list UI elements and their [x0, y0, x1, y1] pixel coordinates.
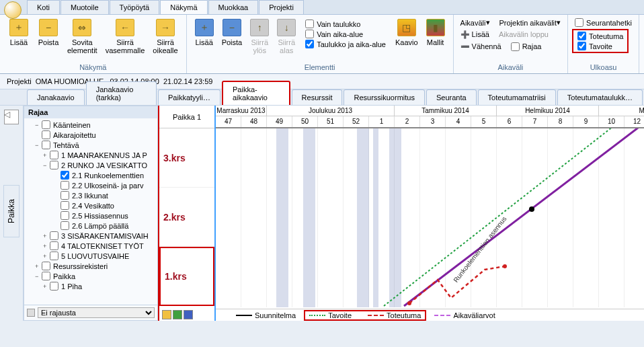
view-tab[interactable]: Janakaavio — [27, 89, 85, 105]
view-tab[interactable]: Resurssit — [292, 89, 343, 105]
tree-check[interactable] — [42, 130, 50, 139]
main-tab-muotoile[interactable]: Muotoile — [61, 0, 109, 14]
tree-node[interactable]: 2.5 Hissiasennus — [27, 210, 155, 221]
tree-check[interactable] — [61, 191, 69, 200]
view-tab[interactable]: Toteutumamatriisi — [478, 89, 556, 105]
tree-node[interactable]: 2.3 Ikkunat — [27, 190, 155, 200]
vahenna-button[interactable]: ➖Vähennä — [458, 41, 504, 52]
tree-check[interactable] — [61, 201, 69, 210]
tree-node[interactable]: 2.2 Ulkoseinä- ja parv — [27, 180, 155, 190]
expand-icon[interactable]: + — [35, 263, 42, 270]
main-tab-muokkaa[interactable]: Muokkaa — [208, 0, 259, 14]
tree-node[interactable]: 2.4 Vesikatto — [27, 200, 155, 210]
tree-check[interactable] — [50, 161, 58, 169]
main-tab-koti[interactable]: Koti — [27, 0, 60, 14]
tree-node[interactable]: +5 LUOVUTUSVAIHE — [27, 251, 155, 261]
expand-icon[interactable]: + — [43, 253, 50, 260]
chart-tool-icons[interactable] — [162, 310, 193, 319]
label: Seurantahetki — [586, 19, 632, 27]
siirra-alas-button[interactable]: ↓Siirrä alas — [273, 17, 300, 56]
expand-icon[interactable]: + — [43, 152, 50, 159]
siirra-vasemmalle-button[interactable]: ←Siirrä vasemmalle — [102, 17, 149, 56]
toteutuma-check[interactable]: Toteutuma — [575, 31, 626, 41]
tree-node[interactable]: +4 TALOTEKNISET TYÖT — [27, 241, 155, 251]
group-title: Ulkoasu — [572, 63, 635, 72]
tree-check[interactable] — [42, 120, 50, 129]
tree-node[interactable]: +1 MAANRAKENNUS JA P — [27, 150, 155, 160]
label: Vain aika-alue — [317, 30, 363, 38]
siirra-oikealle-button[interactable]: →Siirrä oikealle — [149, 17, 182, 56]
label: Mallit — [427, 38, 444, 46]
main-area: Paikka Rajaa −KäänteinenAikarajoitettu−T… — [0, 106, 644, 321]
tree-node[interactable]: −2 RUNKO JA VESIKATTO — [27, 160, 155, 170]
tree-check[interactable] — [42, 272, 50, 280]
chart-body[interactable]: Runkoelementtien asennus — [216, 128, 644, 307]
expand-icon[interactable]: + — [43, 233, 50, 239]
expand-icon[interactable]: + — [43, 243, 50, 249]
week-header: 49 — [267, 116, 292, 127]
tavoite-check[interactable]: Tavoite — [575, 41, 626, 51]
sovita-button[interactable]: ⇔Sovita elementit — [63, 17, 102, 56]
siirra-ylos-button[interactable]: ↑Siirrä ylös — [246, 17, 273, 56]
view-tab[interactable]: Resurssikuormitus — [344, 89, 424, 105]
rajaa-check[interactable]: Rajaa — [508, 41, 545, 52]
aikavalin-loppu-button[interactable]: Aikavälin loppu — [496, 29, 551, 40]
side-label[interactable]: Paikka — [3, 185, 19, 237]
tree-node[interactable]: +1 Piha — [27, 281, 155, 291]
app-logo[interactable] — [4, 1, 22, 19]
tree-node[interactable]: −Paikka — [27, 271, 155, 281]
tree-check[interactable] — [50, 151, 58, 159]
expand-icon[interactable]: − — [35, 142, 42, 149]
vain-taulukko-check[interactable]: Vain taulukko — [303, 19, 389, 29]
view-tab[interactable]: Toteutumataulukk… — [557, 89, 643, 105]
scroll-left-icon[interactable]: ◁ — [4, 110, 10, 119]
tree-check[interactable] — [42, 262, 50, 270]
expand-icon[interactable]: − — [43, 162, 50, 169]
tree-check[interactable] — [61, 221, 69, 230]
expand-icon[interactable]: − — [35, 273, 42, 280]
aikavali-lisaa-button[interactable]: ➕Lisää — [458, 29, 492, 40]
view-tab[interactable]: Paikkatyyli… — [158, 89, 220, 105]
kaavio-button[interactable]: ◳Kaavio — [391, 17, 422, 48]
tree-check[interactable] — [61, 181, 69, 190]
tree-check[interactable] — [61, 171, 69, 180]
tree-check[interactable] — [50, 241, 58, 250]
tool-icon[interactable] — [173, 310, 182, 319]
tree-node[interactable]: −Tehtävä — [27, 140, 155, 150]
mallit-button[interactable]: ▮Mallit — [422, 17, 449, 48]
tree-check[interactable] — [50, 282, 58, 291]
tree-node[interactable]: 2.6 Lämpö päällä — [27, 221, 155, 231]
taulukko-aika-check[interactable]: Taulukko ja aika-alue — [303, 39, 389, 49]
tree-check[interactable] — [42, 141, 50, 149]
tree-check[interactable] — [50, 231, 58, 240]
tree-body[interactable]: −KäänteinenAikarajoitettu−Tehtävä+1 MAAN… — [24, 118, 157, 305]
view-tab[interactable]: Seuranta — [426, 89, 477, 105]
aikavali-dropdown[interactable]: Aikaväli ▾ — [458, 17, 493, 28]
lisaa-button[interactable]: ＋Lisää — [4, 17, 34, 48]
week-header: 1 — [369, 116, 395, 127]
poista-elem-button[interactable]: −Poista — [218, 17, 247, 48]
tree-node[interactable]: 2.1 Runkoelementtien — [27, 170, 155, 180]
tree-node[interactable]: −Käänteinen — [27, 120, 155, 130]
tree-node[interactable]: +3 SISÄRAKENTAMISVAIH — [27, 231, 155, 241]
expand-icon[interactable]: − — [35, 122, 42, 128]
view-tab[interactable]: Janakaavio (tarkka) — [86, 81, 157, 105]
expand-icon[interactable]: + — [43, 283, 50, 290]
palette-icon[interactable] — [162, 310, 171, 319]
main-tab-työpöytä[interactable]: Työpöytä — [110, 0, 160, 14]
lisaa-elem-button[interactable]: ＋Lisää — [191, 17, 218, 48]
vain-aika-check[interactable]: Vain aika-alue — [303, 29, 389, 39]
main-tab-projekti[interactable]: Projekti — [259, 0, 304, 14]
view-tab[interactable]: Paikka-aikakaavio — [222, 81, 290, 105]
tree-node[interactable]: +Resurssirekisteri — [27, 261, 155, 271]
filter-select[interactable]: Ei rajausta — [38, 307, 155, 318]
seurantahetki-check[interactable]: Seurantahetki — [572, 17, 635, 28]
poista-button[interactable]: −Poista — [34, 17, 63, 48]
tool-icon[interactable] — [184, 310, 193, 319]
main-tab-näkymä[interactable]: Näkymä — [160, 0, 207, 14]
tree-check[interactable] — [61, 211, 69, 220]
week-header: 7 — [522, 116, 548, 127]
tree-check[interactable] — [50, 252, 58, 260]
projektin-aikavalit-button[interactable]: Projektin aikavälit ▾ — [497, 17, 564, 28]
tree-node[interactable]: Aikarajoitettu — [27, 130, 155, 140]
